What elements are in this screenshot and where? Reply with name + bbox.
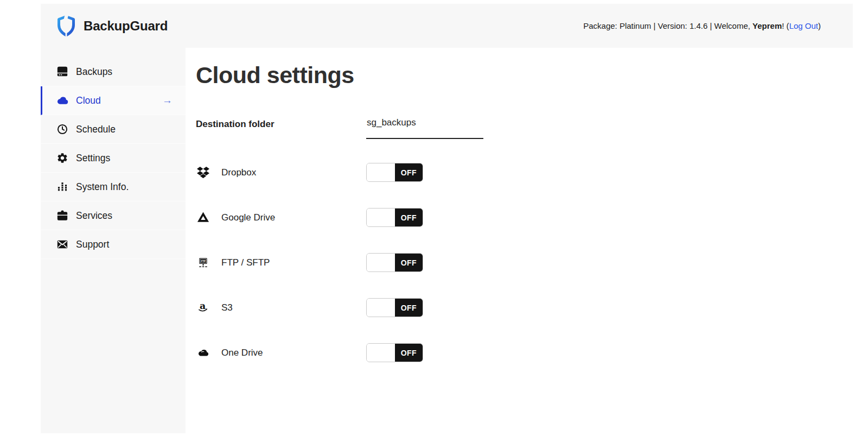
- sidebar-item-label: Settings: [76, 153, 110, 164]
- system-stats-icon: [56, 181, 69, 193]
- s3-toggle[interactable]: OFF: [366, 298, 423, 317]
- account-info: Package: Platinum | Version: 1.4.6 | Wel…: [583, 21, 821, 30]
- sidebar-item-settings[interactable]: Settings: [41, 144, 186, 173]
- brand-name: BackupGuard: [84, 18, 168, 34]
- top-header: BackupGuard Package: Platinum | Version:…: [41, 4, 853, 48]
- app-window: BackupGuard Package: Platinum | Version:…: [41, 4, 853, 433]
- service-row-onedrive: One Drive OFF: [196, 343, 853, 362]
- sidebar-item-label: Support: [76, 239, 109, 250]
- service-row-google-drive: Google Drive OFF: [196, 208, 853, 227]
- service-label: FTP / SFTP: [221, 257, 270, 268]
- service-label: Google Drive: [221, 212, 275, 223]
- service-label: S3: [221, 302, 233, 313]
- sidebar-item-services[interactable]: Services: [41, 201, 186, 230]
- logout-link[interactable]: Log Out: [789, 21, 818, 30]
- sidebar-item-support[interactable]: Support: [41, 230, 186, 259]
- active-arrow-icon: →: [162, 94, 186, 106]
- onedrive-toggle[interactable]: OFF: [366, 343, 423, 362]
- destination-folder-label: Destination folder: [196, 117, 275, 130]
- amazon-s3-icon: a: [196, 301, 210, 314]
- gear-icon: [56, 152, 69, 164]
- hard-drive-icon: [56, 66, 69, 78]
- service-label: Dropbox: [221, 167, 256, 178]
- service-row-dropbox: Dropbox OFF: [196, 163, 853, 182]
- sidebar-item-label: Cloud: [76, 95, 101, 106]
- svg-text:a: a: [199, 301, 205, 311]
- main-content: Cloud settings Destination folder: [186, 48, 853, 433]
- cloud-icon: [56, 94, 69, 107]
- shield-logo-icon: [56, 14, 76, 38]
- sidebar-nav: Backups Cloud → Schedule: [41, 48, 186, 433]
- account-username: Yeprem: [752, 21, 782, 30]
- clock-icon: [56, 123, 69, 135]
- destination-folder-row: Destination folder: [196, 117, 853, 139]
- sidebar-item-schedule[interactable]: Schedule: [41, 115, 186, 144]
- google-drive-toggle[interactable]: OFF: [366, 208, 423, 227]
- sidebar-item-label: Schedule: [76, 124, 116, 135]
- dropbox-toggle[interactable]: OFF: [366, 163, 423, 182]
- google-drive-icon: [196, 211, 210, 224]
- account-meta-text: Package: Platinum | Version: 1.4.6 | Wel…: [583, 21, 752, 30]
- toggle-state-label: OFF: [395, 343, 424, 362]
- toggle-knob: [367, 299, 395, 317]
- ftp-toggle[interactable]: OFF: [366, 253, 423, 272]
- sidebar-item-cloud[interactable]: Cloud →: [41, 86, 186, 115]
- destination-folder-input[interactable]: [366, 117, 483, 139]
- sidebar-item-label: Backups: [76, 66, 112, 78]
- sidebar-item-system-info[interactable]: System Info.: [41, 173, 186, 201]
- account-punct: ! (: [782, 21, 789, 30]
- onedrive-icon: [196, 346, 210, 359]
- brand-logo: BackupGuard: [56, 14, 168, 38]
- briefcase-icon: [56, 210, 69, 222]
- toggle-knob: [367, 254, 395, 271]
- toggle-state-label: OFF: [395, 298, 424, 317]
- service-label: One Drive: [221, 348, 263, 358]
- toggle-knob: [367, 163, 395, 181]
- page-title: Cloud settings: [196, 62, 853, 88]
- sidebar-item-backups[interactable]: Backups: [41, 58, 186, 86]
- dropbox-icon: [196, 166, 210, 179]
- toggle-knob: [367, 209, 395, 226]
- sidebar-item-label: Services: [76, 210, 112, 222]
- ftp-icon: FTP: [196, 256, 210, 269]
- toggle-knob: [367, 344, 395, 362]
- svg-text:FTP: FTP: [201, 260, 206, 263]
- account-punct-close: ): [818, 21, 821, 30]
- sidebar-item-label: System Info.: [76, 181, 129, 193]
- envelope-icon: [56, 238, 69, 250]
- toggle-state-label: OFF: [395, 253, 424, 272]
- toggle-state-label: OFF: [395, 208, 424, 227]
- service-row-s3: a S3 OFF: [196, 298, 853, 317]
- toggle-state-label: OFF: [395, 163, 424, 182]
- service-row-ftp: FTP FTP / SFTP OFF: [196, 253, 853, 272]
